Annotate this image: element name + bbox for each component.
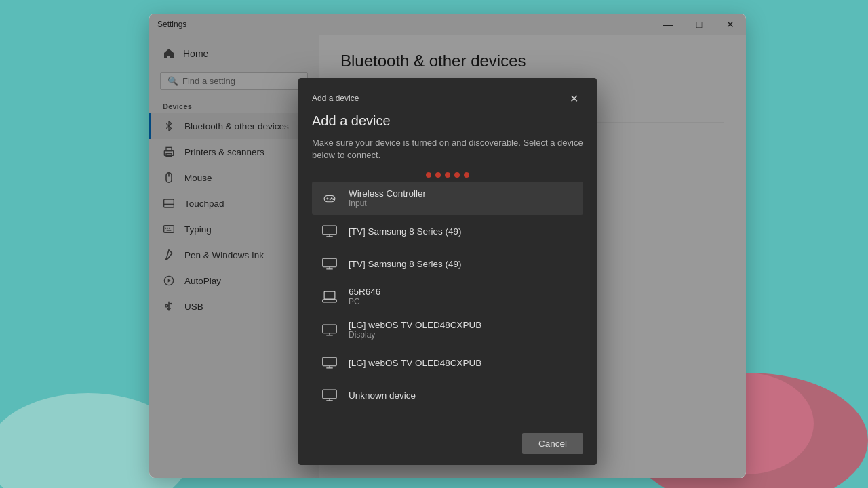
pc-icon [320, 287, 339, 306]
device-type-wireless-controller: Input [349, 199, 426, 208]
monitor-icon-4 [320, 353, 339, 372]
svg-rect-38 [324, 291, 335, 299]
device-info-samsung-2: [TV] Samsung 8 Series (49) [349, 259, 462, 269]
svg-point-30 [332, 198, 334, 199]
svg-rect-35 [323, 259, 336, 268]
svg-rect-46 [323, 390, 336, 399]
svg-rect-39 [323, 300, 336, 302]
modal-close-button[interactable]: ✕ [564, 89, 583, 108]
device-option-wireless-controller[interactable]: Wireless Controller Input [312, 182, 583, 215]
device-option-samsung-2[interactable]: [TV] Samsung 8 Series (49) [312, 247, 583, 280]
svg-point-29 [331, 197, 332, 199]
modal-subtitle: Make sure your device is turned on and d… [312, 137, 583, 161]
monitor-icon-2 [320, 254, 339, 273]
modal-body: Add a device Make sure your device is tu… [298, 108, 597, 425]
device-info-wireless-controller: Wireless Controller Input [349, 188, 426, 208]
modal-heading: Add a device [312, 113, 583, 129]
device-name-pc: 65R646 [349, 287, 380, 297]
device-option-pc[interactable]: 65R646 PC [312, 280, 583, 313]
device-option-unknown[interactable]: Unknown device [312, 379, 583, 411]
device-name-samsung-2: [TV] Samsung 8 Series (49) [349, 259, 462, 269]
device-name-lg-2: [LG] webOS TV OLED48CXPUB [349, 358, 481, 368]
cancel-button[interactable]: Cancel [522, 433, 583, 454]
unknown-device-icon [320, 386, 339, 405]
dot-1 [426, 172, 431, 178]
monitor-icon-3 [320, 321, 339, 340]
device-type-lg-1: Display [349, 330, 481, 340]
device-name-unknown: Unknown device [349, 390, 416, 401]
device-option-lg-2[interactable]: [LG] webOS TV OLED48CXPUB [312, 346, 583, 379]
device-type-pc: PC [349, 297, 380, 306]
device-info-samsung-1: [TV] Samsung 8 Series (49) [349, 226, 462, 237]
device-option-samsung-1[interactable]: [TV] Samsung 8 Series (49) [312, 215, 583, 247]
device-option-lg-1[interactable]: [LG] webOS TV OLED48CXPUB Display [312, 313, 583, 346]
progress-indicator [312, 172, 583, 178]
svg-rect-43 [323, 358, 336, 367]
gamepad-icon [320, 189, 339, 208]
device-info-pc: 65R646 PC [349, 287, 380, 306]
dot-4 [454, 172, 460, 178]
dot-5 [464, 172, 469, 178]
modal-overlay: Add a device ✕ Add a device Make sure yo… [149, 14, 746, 478]
device-name-lg-1: [LG] webOS TV OLED48CXPUB [349, 320, 481, 330]
monitor-icon-1 [320, 222, 339, 241]
device-info-lg-2: [LG] webOS TV OLED48CXPUB [349, 358, 481, 368]
svg-rect-32 [323, 226, 336, 235]
dot-3 [445, 172, 450, 178]
dot-2 [435, 172, 441, 178]
add-device-modal: Add a device ✕ Add a device Make sure yo… [298, 78, 597, 465]
modal-title-bar: Add a device [312, 94, 359, 103]
svg-point-31 [330, 198, 331, 199]
modal-header: Add a device ✕ [298, 78, 597, 108]
device-name-wireless-controller: Wireless Controller [349, 188, 426, 199]
settings-window: Settings — □ ✕ Home 🔍 [149, 14, 746, 478]
device-info-unknown: Unknown device [349, 390, 416, 401]
device-info-lg-1: [LG] webOS TV OLED48CXPUB Display [349, 320, 481, 340]
modal-footer: Cancel [298, 425, 597, 465]
svg-rect-40 [323, 325, 336, 333]
device-name-samsung-1: [TV] Samsung 8 Series (49) [349, 226, 462, 237]
